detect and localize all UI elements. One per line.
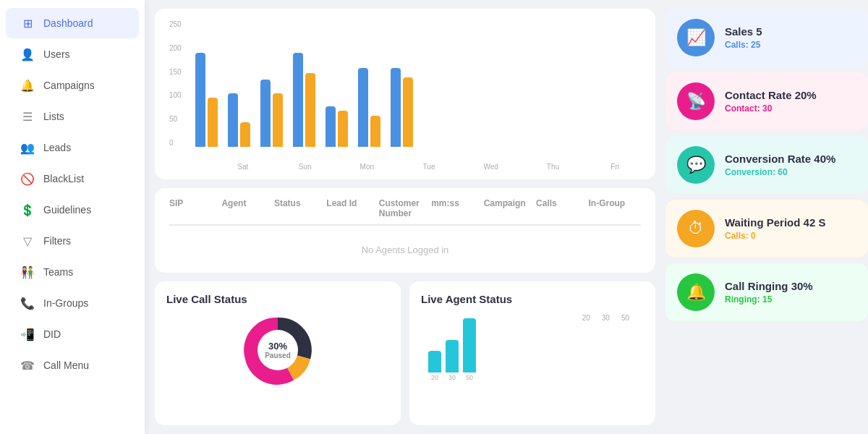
metric-card-call-ringing: 🔔 Call Ringing 30% Ringing: 15 [665,263,868,321]
sidebar-label-blacklist: BlackList [43,173,84,184]
live-agent-status-title: Live Agent Status [421,293,644,305]
table-header-status: Status [274,198,326,218]
agent-bar-label: 30 [448,374,456,381]
agent-bar-top-label: 20 [582,314,590,322]
sidebar-item-call-menu[interactable]: ☎ Call Menu [6,350,139,380]
call-ringing-sub: Ringing: 15 [725,294,856,305]
bar-orange [403,77,413,147]
x-label-tue: Tue [403,163,455,171]
table-header-mm:ss: mm:ss [431,198,483,218]
bar-group-wed [326,106,348,147]
call-ringing-info: Call Ringing 30% Ringing: 15 [725,280,856,305]
sidebar-item-dashboard[interactable]: ⊞ Dashboard [6,8,139,38]
table-header-sip: SIP [169,198,221,218]
bar-blue [260,80,271,147]
agent-bar-label: 20 [431,374,438,381]
y-axis-label: 0 [169,139,182,147]
agent-bar [428,351,441,373]
sidebar-item-leads[interactable]: 👥 Leads [6,132,139,163]
x-label-sun: Sun [279,163,331,171]
call-ringing-icon: 🔔 [677,273,715,311]
bars-pair [195,53,218,147]
agent-bar-label: 50 [466,374,473,381]
conversion-rate-icon: 💬 [677,146,715,184]
sidebar: ⊞ Dashboard 👤 Users 🔔 Campaigns ☰ Lists … [0,0,145,434]
conversion-rate-title: Conversion Rate 40% [725,153,856,165]
bar-group-sun [228,93,250,147]
sales-title: Sales 5 [725,25,856,38]
sidebar-item-teams[interactable]: 👫 Teams [6,257,139,287]
x-label-fri: Fri [589,163,641,171]
bar-blue [195,53,205,147]
sidebar-label-filters: Filters [43,235,71,247]
table-header-calls: Calls [536,198,588,218]
waiting-period-info: Waiting Period 42 S Calls: 0 [725,216,856,241]
sales-sub: Calls: 25 [725,40,856,50]
sidebar-label-call-menu: Call Menu [43,359,89,371]
sidebar-label-dashboard: Dashboard [43,17,93,29]
sidebar-item-campaigns[interactable]: 🔔 Campaigns [6,70,139,101]
bar-blue [326,106,336,147]
sales-info: Sales 5 Calls: 25 [725,25,856,50]
sales-icon: 📈 [677,19,715,56]
agent-bar [463,318,476,373]
x-label-wed: Wed [465,163,517,171]
chart-bars-container [169,20,641,147]
call-ringing-title: Call Ringing 30% [725,280,856,292]
table-header-campaign: Campaign [484,198,536,218]
bar-blue [358,68,368,147]
waiting-period-title: Waiting Period 42 S [725,216,856,229]
bar-orange [338,111,348,147]
bar-blue [391,68,401,147]
bar-group-thu [358,68,380,147]
metric-card-contact-rate: 📡 Contact Rate 20% Contact: 30 [665,72,868,130]
bar-orange [208,98,218,147]
live-agent-status-card: Live Agent Status 203050 20 30 50 [409,281,655,425]
bars-pair [260,80,283,147]
x-label-thu: Thu [527,163,579,171]
sidebar-label-leads: Leads [43,142,71,153]
agent-bar-group-1: 30 [446,340,459,381]
conversion-rate-sub: Conversion: 60 [725,167,856,177]
contact-rate-sub: Contact: 30 [725,103,856,114]
dashboard-icon: ⊞ [20,16,35,30]
live-call-status-card: Live Call Status 30% Paused [155,281,401,425]
chart-x-labels: SatSunMonTueWedThuFri [169,163,641,171]
sidebar-label-lists: Lists [43,111,64,122]
did-icon: 📲 [20,327,35,341]
right-panel: 📈 Sales 5 Calls: 25 📡 Contact Rate 20% C… [665,0,868,434]
sidebar-label-users: Users [43,48,70,60]
bar-orange [370,116,380,147]
agent-bar-top-label: 50 [621,314,629,322]
table-header-customer-number: Customer Number [379,198,431,218]
contact-rate-info: Contact Rate 20% Contact: 30 [725,89,856,114]
campaigns-icon: 🔔 [20,78,35,93]
bar-group-tue [293,53,315,147]
bar-group-sat [195,53,218,147]
y-axis-label: 250 [169,20,182,28]
sidebar-item-blacklist[interactable]: 🚫 BlackList [6,163,139,194]
sidebar-item-filters[interactable]: ▽ Filters [6,226,139,256]
bars-pair [326,106,348,147]
filters-icon: ▽ [20,234,35,248]
contact-rate-icon: 📡 [677,82,715,120]
leads-icon: 👥 [20,140,35,155]
lists-icon: ☰ [20,109,35,124]
bar-blue [228,93,238,147]
sidebar-label-did: DID [43,328,61,340]
metric-card-waiting-period: ⏱ Waiting Period 42 S Calls: 0 [665,200,868,258]
sidebar-item-guidelines[interactable]: 💲 Guidelines [6,195,139,225]
metric-card-sales: 📈 Sales 5 Calls: 25 [665,9,868,67]
sidebar-item-users[interactable]: 👤 Users [6,39,139,69]
sidebar-item-lists[interactable]: ☰ Lists [6,101,139,132]
agent-bar-group-0: 20 [428,351,441,381]
agent-bar [446,340,459,373]
table-header-in-group: In-Group [589,198,641,218]
conversion-rate-info: Conversion Rate 40% Conversion: 60 [725,153,856,177]
no-agents-message: No Agents Logged in [169,230,641,263]
sidebar-item-did[interactable]: 📲 DID [6,319,139,349]
sidebar-item-in-groups[interactable]: 📞 In-Groups [6,288,139,318]
bar-orange [305,73,315,147]
bars-pair [358,68,380,147]
x-label-sat: Sat [217,163,269,171]
